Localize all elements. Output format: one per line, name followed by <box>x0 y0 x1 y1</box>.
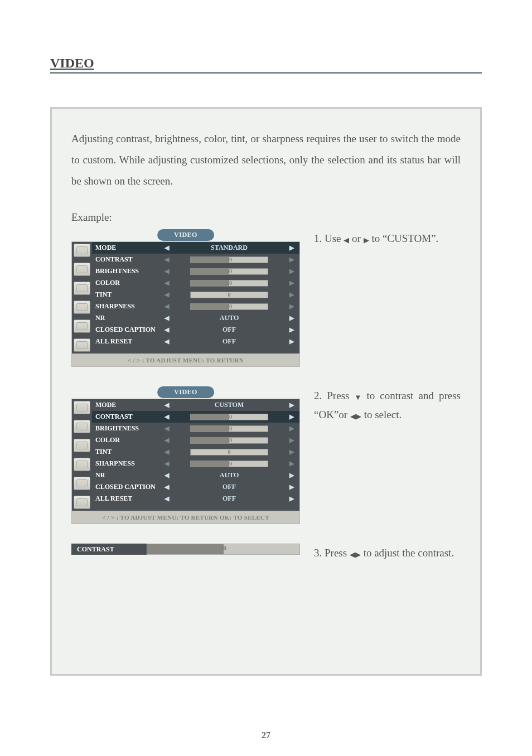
osd-category-icon <box>74 282 90 295</box>
left-arrow-icon: ◀ <box>162 326 171 333</box>
osd-row-value: 50 <box>171 437 287 444</box>
right-arrow-icon: ▶ <box>287 291 296 298</box>
osd-row: COLOR◀50▶ <box>92 434 299 446</box>
osd-row-value: OFF <box>171 326 287 334</box>
osd-row-label: COLOR <box>95 436 162 444</box>
osd-row-value: 0 <box>171 449 287 455</box>
osd-tab: VIDEO <box>157 386 214 398</box>
osd-row-label: NR <box>95 314 162 322</box>
left-arrow-icon: ◀ <box>162 268 171 275</box>
osd-category-icon <box>74 458 90 471</box>
osd-footer: < / > : TO ADJUST MENU: TO RETURN OK: TO… <box>71 511 300 524</box>
osd-row: CLOSED CAPTION◀OFF▶ <box>92 481 299 493</box>
right-arrow-icon: ▶ <box>355 548 361 561</box>
osd-tab: VIDEO <box>157 229 214 241</box>
osd-row: TINT◀0▶ <box>92 289 299 301</box>
osd-row-value: AUTO <box>171 471 287 479</box>
left-arrow-icon: ◀ <box>162 256 171 263</box>
osd-row: CONTRAST◀50▶ <box>92 411 299 423</box>
contrast-bar-track: 50 <box>147 544 300 555</box>
slider-track: 50 <box>190 280 268 287</box>
left-arrow-icon: ◀ <box>162 425 171 432</box>
osd-category-icon <box>74 301 90 314</box>
osd-row: SHARPNESS◀50▶ <box>92 458 299 469</box>
intro-paragraph: Adjusting contrast, brightness, color, t… <box>71 128 461 192</box>
left-arrow-icon: ◀ <box>350 548 355 561</box>
right-arrow-icon: ▶ <box>287 495 296 502</box>
osd-row-label: ALL RESET <box>95 337 162 346</box>
left-arrow-icon: ◀ <box>162 495 171 502</box>
right-arrow-icon: ▶ <box>287 326 296 333</box>
slider-track: 50 <box>190 268 268 275</box>
left-arrow-icon: ◀ <box>162 244 171 251</box>
slider-track: 50 <box>190 461 268 467</box>
osd-row: COLOR◀50▶ <box>92 277 299 289</box>
osd-icon-column <box>72 242 92 353</box>
osd-category-icon <box>74 338 90 352</box>
right-arrow-icon: ▶ <box>287 303 296 310</box>
left-arrow-icon: ◀ <box>162 314 171 322</box>
osd-row: ALL RESET◀OFF▶ <box>92 336 299 347</box>
osd-row-value: OFF <box>171 483 287 491</box>
osd-row-label: MODE <box>95 244 162 252</box>
left-arrow-icon: ◀ <box>162 437 171 444</box>
osd-row: CONTRAST◀50▶ <box>92 254 299 265</box>
osd-row-value: OFF <box>171 495 287 503</box>
slider-track: 50 <box>190 303 268 310</box>
osd-row-value: 0 <box>171 292 287 298</box>
left-arrow-icon: ◀ <box>350 410 356 423</box>
osd-row-value: OFF <box>171 337 287 346</box>
osd-category-icon <box>74 319 90 333</box>
osd-row: MODE◀STANDARD▶ <box>92 242 299 254</box>
right-arrow-icon: ▶ <box>287 413 296 420</box>
osd-row: ALL RESET◀OFF▶ <box>92 493 299 505</box>
osd-row-value: 50 <box>171 414 287 420</box>
osd-row: NR◀AUTO▶ <box>92 469 299 481</box>
osd-row-label: CLOSED CAPTION <box>95 483 162 491</box>
slider-track: 0 <box>190 449 268 455</box>
right-arrow-icon: ▶ <box>287 460 296 467</box>
contrast-bar-label: CONTRAST <box>71 544 147 555</box>
osd-footer: < / > : TO ADJUST MENU: TO RETURN <box>71 354 300 367</box>
step-1-text: 1. Use ◀ or ▶ to “CUSTOM”. <box>300 229 461 248</box>
osd-row-label: COLOR <box>95 279 162 287</box>
osd-category-icon <box>74 263 90 276</box>
right-arrow-icon: ▶ <box>287 472 296 479</box>
left-arrow-icon: ◀ <box>162 401 171 409</box>
right-arrow-icon: ▶ <box>287 437 296 444</box>
left-arrow-icon: ◀ <box>162 413 171 420</box>
osd-row-label: ALL RESET <box>95 495 162 503</box>
osd-row-value: STANDARD <box>171 244 287 252</box>
contrast-adjust-bar: CONTRAST 50 <box>71 544 300 555</box>
right-arrow-icon: ▶ <box>287 483 296 491</box>
osd-row-label: NR <box>95 471 162 479</box>
osd-menu-2: VIDEO MODE◀CUSTOM▶CONTRAST◀50▶BRIGHTNESS… <box>71 386 300 524</box>
osd-row: BRIGHTNESS◀50▶ <box>92 265 299 277</box>
osd-row-value: AUTO <box>171 314 287 322</box>
right-arrow-icon: ▶ <box>287 448 296 455</box>
osd-row-label: CLOSED CAPTION <box>95 326 162 334</box>
osd-row-value: 50 <box>171 461 287 467</box>
slider-track: 50 <box>190 256 268 263</box>
osd-row-value: 50 <box>171 303 287 310</box>
title-divider <box>50 72 482 74</box>
osd-category-icon <box>74 401 90 414</box>
osd-row-label: TINT <box>95 448 162 456</box>
osd-row: MODE◀CUSTOM▶ <box>92 399 299 411</box>
page-number: 27 <box>0 730 532 740</box>
right-arrow-icon: ▶ <box>364 234 369 246</box>
content-panel: Adjusting contrast, brightness, color, t… <box>50 107 482 676</box>
osd-row-value: 50 <box>171 280 287 287</box>
osd-row-label: CONTRAST <box>95 413 162 421</box>
left-arrow-icon: ◀ <box>162 279 171 287</box>
example-label: Example: <box>71 211 461 224</box>
osd-row-label: MODE <box>95 401 162 409</box>
osd-category-icon <box>74 477 90 490</box>
right-arrow-icon: ▶ <box>356 410 361 423</box>
left-arrow-icon: ◀ <box>162 460 171 467</box>
osd-category-icon <box>74 439 90 452</box>
osd-category-icon <box>74 244 90 257</box>
osd-row: NR◀AUTO▶ <box>92 312 299 324</box>
slider-track: 50 <box>190 414 268 420</box>
contrast-bar-value: 50 <box>147 545 299 551</box>
